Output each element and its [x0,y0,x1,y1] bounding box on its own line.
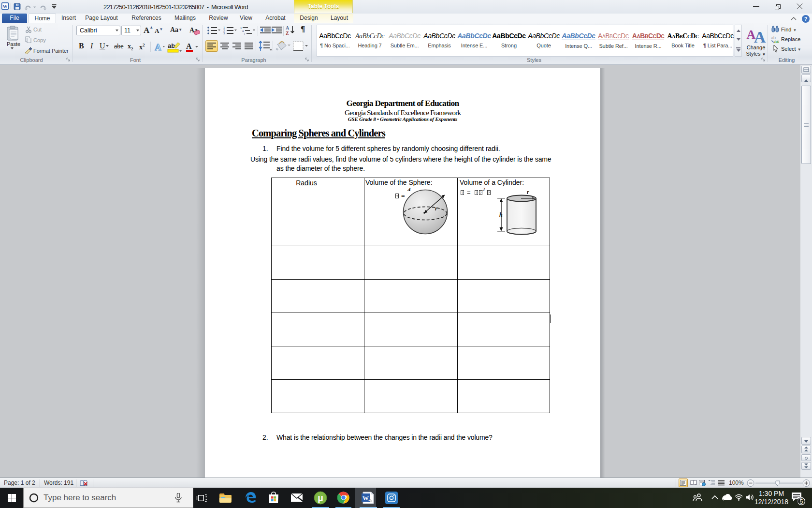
svg-text:5: 5 [800,498,803,505]
svg-text:W: W [362,494,369,502]
svg-text:Z: Z [286,30,289,36]
svg-text:3: 3 [223,32,225,35]
svg-text:A: A [754,28,766,45]
svg-text:ac: ac [774,39,779,44]
svg-text:A: A [186,42,192,50]
svg-text:µ: µ [318,493,323,503]
svg-text:r: r [527,189,529,195]
svg-text:ab: ab [168,42,175,49]
svg-text:h: h [499,211,503,218]
svg-text:i: i [244,32,245,35]
svg-text:r: r [435,205,437,212]
svg-text:?: ? [804,16,808,22]
svg-text:W: W [3,4,8,9]
svg-text:A: A [155,42,161,52]
svg-text:A: A [286,25,290,30]
